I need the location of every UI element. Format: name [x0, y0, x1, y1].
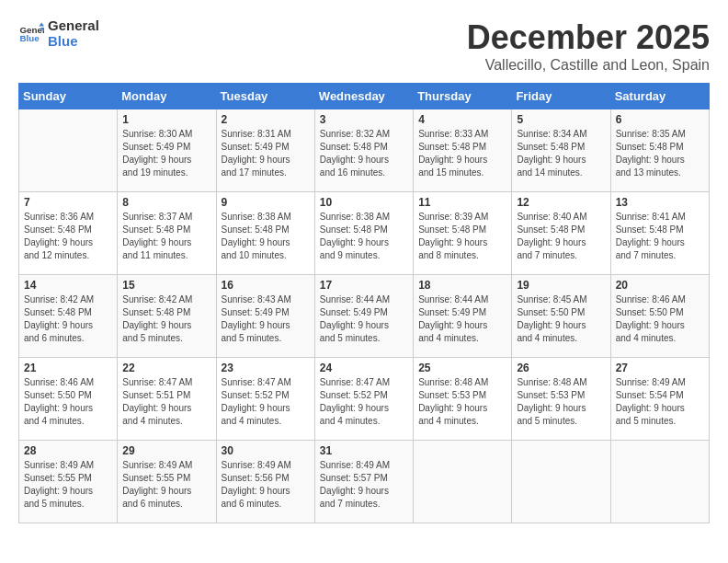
calendar-week-row: 14Sunrise: 8:42 AM Sunset: 5:48 PM Dayli…: [19, 275, 710, 358]
day-info: Sunrise: 8:37 AM Sunset: 5:48 PM Dayligh…: [122, 211, 210, 262]
day-info: Sunrise: 8:48 AM Sunset: 5:53 PM Dayligh…: [418, 376, 506, 428]
calendar-cell: 15Sunrise: 8:42 AM Sunset: 5:48 PM Dayli…: [118, 275, 216, 358]
day-number: 2: [222, 113, 310, 126]
calendar-cell: 17Sunrise: 8:44 AM Sunset: 5:49 PM Dayli…: [314, 275, 413, 358]
logo: General Blue General Blue: [18, 18, 99, 49]
day-number: 6: [616, 113, 704, 126]
page-subtitle: Vallecillo, Castille and Leon, Spain: [467, 57, 710, 74]
calendar-header-saturday: Saturday: [610, 84, 709, 109]
calendar-cell: 6Sunrise: 8:35 AM Sunset: 5:48 PM Daylig…: [610, 109, 709, 192]
day-info: Sunrise: 8:35 AM Sunset: 5:48 PM Dayligh…: [616, 128, 704, 179]
calendar-cell: 31Sunrise: 8:49 AM Sunset: 5:57 PM Dayli…: [314, 441, 413, 523]
day-info: Sunrise: 8:33 AM Sunset: 5:48 PM Dayligh…: [418, 128, 506, 179]
day-info: Sunrise: 8:42 AM Sunset: 5:48 PM Dayligh…: [122, 293, 210, 345]
calendar-cell: 2Sunrise: 8:31 AM Sunset: 5:49 PM Daylig…: [216, 109, 314, 192]
calendar-cell: 1Sunrise: 8:30 AM Sunset: 5:49 PM Daylig…: [118, 109, 216, 192]
day-number: 18: [418, 279, 506, 292]
calendar-cell: 19Sunrise: 8:45 AM Sunset: 5:50 PM Dayli…: [512, 275, 610, 358]
day-number: 30: [222, 444, 310, 457]
day-number: 5: [517, 113, 605, 126]
day-number: 29: [122, 444, 210, 457]
header: General Blue General Blue December 2025 …: [18, 18, 710, 74]
calendar-cell: 27Sunrise: 8:49 AM Sunset: 5:54 PM Dayli…: [610, 358, 709, 441]
day-info: Sunrise: 8:34 AM Sunset: 5:48 PM Dayligh…: [517, 128, 605, 179]
day-number: 9: [222, 196, 310, 209]
calendar-cell: [19, 109, 118, 192]
logo-icon: General Blue: [18, 21, 44, 47]
day-number: 15: [122, 279, 210, 292]
calendar-cell: 20Sunrise: 8:46 AM Sunset: 5:50 PM Dayli…: [610, 275, 709, 358]
day-number: 22: [122, 362, 210, 374]
day-number: 3: [320, 113, 408, 126]
calendar-cell: 14Sunrise: 8:42 AM Sunset: 5:48 PM Dayli…: [19, 275, 118, 358]
day-info: Sunrise: 8:47 AM Sunset: 5:51 PM Dayligh…: [122, 376, 210, 428]
day-number: 11: [418, 196, 506, 209]
day-info: Sunrise: 8:46 AM Sunset: 5:50 PM Dayligh…: [616, 293, 704, 345]
day-info: Sunrise: 8:47 AM Sunset: 5:52 PM Dayligh…: [222, 376, 310, 428]
calendar-cell: 26Sunrise: 8:48 AM Sunset: 5:53 PM Dayli…: [512, 358, 610, 441]
calendar-cell: 10Sunrise: 8:38 AM Sunset: 5:48 PM Dayli…: [314, 192, 413, 275]
svg-text:Blue: Blue: [19, 33, 40, 43]
calendar-week-row: 1Sunrise: 8:30 AM Sunset: 5:49 PM Daylig…: [19, 109, 710, 192]
calendar-cell: [414, 441, 512, 523]
day-number: 23: [222, 362, 310, 374]
day-info: Sunrise: 8:44 AM Sunset: 5:49 PM Dayligh…: [418, 293, 506, 345]
day-info: Sunrise: 8:49 AM Sunset: 5:55 PM Dayligh…: [24, 459, 112, 511]
day-info: Sunrise: 8:38 AM Sunset: 5:48 PM Dayligh…: [320, 211, 408, 262]
calendar-cell: 28Sunrise: 8:49 AM Sunset: 5:55 PM Dayli…: [19, 441, 118, 523]
calendar-cell: 8Sunrise: 8:37 AM Sunset: 5:48 PM Daylig…: [118, 192, 216, 275]
calendar-cell: 3Sunrise: 8:32 AM Sunset: 5:48 PM Daylig…: [314, 109, 413, 192]
calendar-cell: 18Sunrise: 8:44 AM Sunset: 5:49 PM Dayli…: [414, 275, 512, 358]
day-info: Sunrise: 8:42 AM Sunset: 5:48 PM Dayligh…: [24, 293, 112, 345]
day-number: 27: [616, 362, 704, 374]
calendar-cell: 21Sunrise: 8:46 AM Sunset: 5:50 PM Dayli…: [19, 358, 118, 441]
calendar-cell: 23Sunrise: 8:47 AM Sunset: 5:52 PM Dayli…: [216, 358, 314, 441]
day-info: Sunrise: 8:49 AM Sunset: 5:54 PM Dayligh…: [616, 376, 704, 428]
calendar-cell: 4Sunrise: 8:33 AM Sunset: 5:48 PM Daylig…: [414, 109, 512, 192]
day-number: 19: [517, 279, 605, 292]
day-number: 20: [616, 279, 704, 292]
calendar-header-sunday: Sunday: [19, 84, 118, 109]
calendar-cell: 13Sunrise: 8:41 AM Sunset: 5:48 PM Dayli…: [610, 192, 709, 275]
day-number: 31: [320, 444, 408, 457]
day-info: Sunrise: 8:31 AM Sunset: 5:49 PM Dayligh…: [222, 128, 310, 179]
day-info: Sunrise: 8:49 AM Sunset: 5:55 PM Dayligh…: [122, 459, 210, 511]
calendar-cell: 5Sunrise: 8:34 AM Sunset: 5:48 PM Daylig…: [512, 109, 610, 192]
day-number: 13: [616, 196, 704, 209]
calendar-table: SundayMondayTuesdayWednesdayThursdayFrid…: [18, 83, 710, 523]
calendar-header-wednesday: Wednesday: [314, 84, 413, 109]
day-info: Sunrise: 8:41 AM Sunset: 5:48 PM Dayligh…: [616, 211, 704, 262]
day-number: 26: [517, 362, 605, 374]
day-number: 17: [320, 279, 408, 292]
day-info: Sunrise: 8:49 AM Sunset: 5:57 PM Dayligh…: [320, 459, 408, 511]
day-info: Sunrise: 8:38 AM Sunset: 5:48 PM Dayligh…: [222, 211, 310, 262]
calendar-cell: [610, 441, 709, 523]
calendar-cell: 25Sunrise: 8:48 AM Sunset: 5:53 PM Dayli…: [414, 358, 512, 441]
calendar-cell: [512, 441, 610, 523]
day-number: 16: [222, 279, 310, 292]
calendar-cell: 22Sunrise: 8:47 AM Sunset: 5:51 PM Dayli…: [118, 358, 216, 441]
day-number: 8: [122, 196, 210, 209]
day-info: Sunrise: 8:45 AM Sunset: 5:50 PM Dayligh…: [517, 293, 605, 345]
calendar-week-row: 28Sunrise: 8:49 AM Sunset: 5:55 PM Dayli…: [19, 441, 710, 523]
day-info: Sunrise: 8:40 AM Sunset: 5:48 PM Dayligh…: [517, 211, 605, 262]
day-info: Sunrise: 8:44 AM Sunset: 5:49 PM Dayligh…: [320, 293, 408, 345]
page-title: December 2025: [467, 18, 710, 57]
calendar-cell: 16Sunrise: 8:43 AM Sunset: 5:49 PM Dayli…: [216, 275, 314, 358]
day-info: Sunrise: 8:36 AM Sunset: 5:48 PM Dayligh…: [24, 211, 112, 262]
day-number: 12: [517, 196, 605, 209]
day-number: 4: [418, 113, 506, 126]
calendar-cell: 11Sunrise: 8:39 AM Sunset: 5:48 PM Dayli…: [414, 192, 512, 275]
day-number: 25: [418, 362, 506, 374]
calendar-cell: 29Sunrise: 8:49 AM Sunset: 5:55 PM Dayli…: [118, 441, 216, 523]
calendar-cell: 7Sunrise: 8:36 AM Sunset: 5:48 PM Daylig…: [19, 192, 118, 275]
day-number: 14: [24, 279, 112, 292]
calendar-cell: 24Sunrise: 8:47 AM Sunset: 5:52 PM Dayli…: [314, 358, 413, 441]
day-number: 10: [320, 196, 408, 209]
calendar-cell: 9Sunrise: 8:38 AM Sunset: 5:48 PM Daylig…: [216, 192, 314, 275]
day-number: 28: [24, 444, 112, 457]
calendar-header-friday: Friday: [512, 84, 610, 109]
day-number: 1: [122, 113, 210, 126]
title-area: December 2025 Vallecillo, Castille and L…: [467, 18, 710, 74]
calendar-header-monday: Monday: [118, 84, 216, 109]
